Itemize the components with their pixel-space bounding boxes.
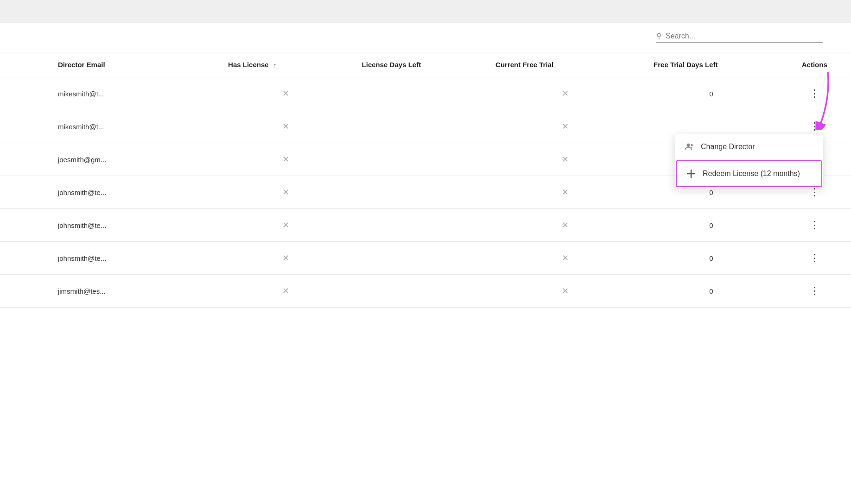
cell-current-free-trial-5: ✕ [486,242,644,275]
cell-email-5: johnsmith@te... [49,242,219,275]
cell-current-free-trial-1: ✕ [486,110,644,143]
cell-email-1: mikesmith@t... [49,110,219,143]
cell-has-license-0: ✕ [219,77,353,110]
cell-current-free-trial-3: ✕ [486,176,644,209]
col-header-director-email: Director Email [49,52,219,77]
table-row: mikesmith@t...✕✕0⋮ [0,77,851,110]
cell-index-5 [0,242,49,275]
x-mark-trial: ✕ [562,220,569,230]
cell-email-6: jimsmith@tes... [49,275,219,308]
cell-index-3 [0,176,49,209]
sort-icon: ↑ [273,62,277,69]
cell-has-license-3: ✕ [219,176,353,209]
days-count-5: 0 [709,254,713,262]
actions-menu-button-5[interactable]: ⋮ [809,252,820,264]
cell-has-license-2: ✕ [219,143,353,176]
cell-index-6 [0,275,49,308]
table-body: mikesmith@t...✕✕0⋮mikesmith@t...✕✕⋮joesm… [0,77,851,308]
x-mark-trial: ✕ [562,122,569,131]
dropdown-item-change-director[interactable]: Change Director [675,134,823,159]
table-row: johnsmith@te...✕✕0⋮ [0,242,851,275]
cell-has-license-5: ✕ [219,242,353,275]
cell-has-license-1: ✕ [219,110,353,143]
days-count-0: 0 [709,90,713,98]
table-row: johnsmith@te...✕✕0⋮ [0,209,851,242]
cell-email-2: joesmith@gm... [49,143,219,176]
days-count-6: 0 [709,287,713,295]
redeem-license-label: Redeem License (12 months) [703,170,800,178]
cell-free-trial-days-4: 0 [644,209,778,242]
dropdown-menu: Change Director Redeem License (12 month… [675,134,823,188]
cell-current-free-trial-4: ✕ [486,209,644,242]
x-mark-license: ✕ [282,253,289,263]
cell-index-0 [0,77,49,110]
col-header-index [0,52,49,77]
person-icon [684,142,694,152]
cell-current-free-trial-2: ✕ [486,143,644,176]
x-mark-license: ✕ [282,155,289,164]
cell-email-4: johnsmith@te... [49,209,219,242]
table-header-row: Director Email Has License ↑ License Day… [0,52,851,77]
x-mark-license: ✕ [282,122,289,131]
cell-license-days-left-3 [353,176,487,209]
x-mark-license: ✕ [282,89,289,98]
cell-current-free-trial-6: ✕ [486,275,644,308]
table-row: jimsmith@tes...✕✕0⋮ [0,275,851,308]
cell-has-license-4: ✕ [219,209,353,242]
x-mark-license: ✕ [282,188,289,197]
col-header-has-license[interactable]: Has License ↑ [219,52,353,77]
days-count-3: 0 [709,189,713,196]
x-mark-license: ✕ [282,220,289,230]
cell-license-days-left-5 [353,242,487,275]
col-header-license-days-left: License Days Left [353,52,487,77]
search-area: ⚲ [0,23,851,47]
cell-license-days-left-0 [353,77,487,110]
actions-menu-button-4[interactable]: ⋮ [809,219,820,231]
cell-has-license-6: ✕ [219,275,353,308]
cell-license-days-left-1 [353,110,487,143]
search-input[interactable] [666,32,823,40]
cell-email-3: johnsmith@te... [49,176,219,209]
cell-license-days-left-4 [353,209,487,242]
arrow-annotation [800,69,837,132]
page-wrapper: ⚲ Director Email Has License ↑ License D… [0,0,851,504]
cell-index-4 [0,209,49,242]
cell-actions-6: ⋮ [778,275,851,308]
cell-actions-5: ⋮ [778,242,851,275]
svg-point-1 [691,144,693,146]
cell-actions-4: ⋮ [778,209,851,242]
x-mark-trial: ✕ [562,89,569,98]
svg-point-0 [687,144,690,147]
cell-email-0: mikesmith@t... [49,77,219,110]
cell-free-trial-days-6: 0 [644,275,778,308]
cell-current-free-trial-0: ✕ [486,77,644,110]
dropdown-item-redeem-license[interactable]: Redeem License (12 months) [676,160,822,187]
cell-free-trial-days-0: 0 [644,77,778,110]
plus-icon [686,169,696,179]
cell-index-1 [0,110,49,143]
search-icon: ⚲ [656,32,662,40]
search-container: ⚲ [656,32,823,43]
days-count-4: 0 [709,221,713,229]
x-mark-trial: ✕ [562,155,569,164]
cell-free-trial-days-5: 0 [644,242,778,275]
cell-license-days-left-6 [353,275,487,308]
actions-menu-button-6[interactable]: ⋮ [809,285,820,297]
col-header-current-free-trial: Current Free Trial [486,52,644,77]
x-mark-trial: ✕ [562,286,569,296]
x-mark-license: ✕ [282,286,289,296]
x-mark-trial: ✕ [562,188,569,197]
change-director-label: Change Director [701,143,755,151]
top-bar [0,0,851,23]
cell-index-2 [0,143,49,176]
col-header-free-trial-days-left: Free Trial Days Left [644,52,778,77]
cell-license-days-left-2 [353,143,487,176]
x-mark-trial: ✕ [562,253,569,263]
